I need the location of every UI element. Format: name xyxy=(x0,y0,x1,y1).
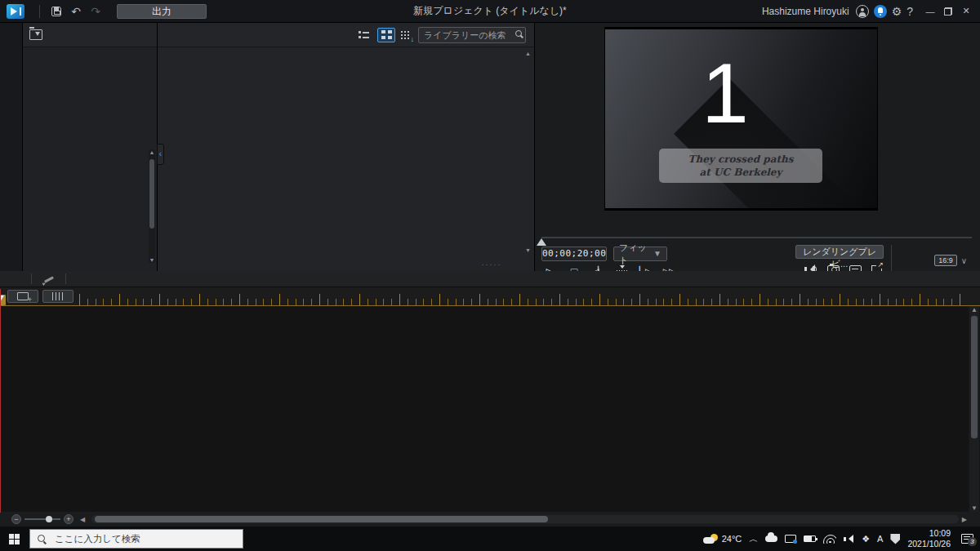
playhead-marker[interactable] xyxy=(0,295,6,305)
grid-view-button[interactable] xyxy=(377,28,395,42)
close-button[interactable]: ✕ xyxy=(959,5,973,18)
search-icon xyxy=(38,535,45,542)
library-search-input[interactable] xyxy=(418,27,526,43)
panel-resize-handle[interactable]: ····· xyxy=(481,260,501,269)
collapse-panel-arrow[interactable]: ‹ xyxy=(157,144,164,165)
category-panel: ▲ ▼ ‹ xyxy=(23,23,158,271)
weather-widget[interactable]: 24°C xyxy=(703,534,742,544)
undo-button[interactable]: ↶ xyxy=(66,3,86,20)
output-button[interactable]: 出力 xyxy=(117,4,207,19)
library-scrollbar[interactable]: ▲ ▼ xyxy=(524,51,532,253)
timeline-tracks xyxy=(0,306,968,512)
timecode-display[interactable]: 00;00;20;00 xyxy=(541,247,607,261)
timeline-zoom-control: − + xyxy=(11,514,74,524)
zoom-in-button[interactable]: + xyxy=(64,514,74,524)
windows-taskbar: 24°C ︿ ❖ A 10:09 2021/10/26 3 xyxy=(0,527,980,551)
zoom-mode-value: フィット xyxy=(619,241,653,267)
redo-icon: ↷ xyxy=(91,5,100,18)
seek-track[interactable] xyxy=(541,237,972,238)
action-center-icon[interactable]: 3 xyxy=(961,534,973,544)
clock[interactable]: 10:09 2021/10/26 xyxy=(907,528,951,549)
list-view-button[interactable] xyxy=(354,28,372,42)
system-tray: 24°C ︿ ❖ A 10:09 2021/10/26 3 xyxy=(703,527,980,551)
scroll-left-icon[interactable]: ◀ xyxy=(80,516,85,523)
start-button[interactable] xyxy=(0,527,28,551)
help-icon[interactable]: ? xyxy=(906,5,913,18)
wifi-icon[interactable] xyxy=(823,535,836,544)
seek-bar[interactable] xyxy=(541,233,972,242)
defender-shield-icon[interactable] xyxy=(890,534,900,544)
toolbar-divider xyxy=(39,5,40,18)
user-name: Hashizume Hiroyuki xyxy=(762,6,849,17)
minimize-button[interactable]: — xyxy=(923,5,938,18)
scroll-up-icon[interactable]: ▲ xyxy=(969,306,979,313)
notification-bell-icon[interactable] xyxy=(874,5,887,18)
scrollbar-thumb[interactable] xyxy=(149,159,154,229)
speaker-glyph xyxy=(844,535,854,544)
windows-logo-icon xyxy=(9,534,20,544)
battery-icon[interactable] xyxy=(804,535,816,542)
taskbar-search xyxy=(29,529,243,549)
restore-button[interactable] xyxy=(941,5,956,18)
speaker-icon[interactable] xyxy=(844,535,854,544)
undo-icon: ↶ xyxy=(71,5,81,18)
zoom-slider[interactable] xyxy=(24,518,60,520)
timeline-horizontal-scrollbar[interactable] xyxy=(91,515,959,523)
taskbar-search-input[interactable] xyxy=(30,530,243,548)
wifi-glyph xyxy=(823,535,836,544)
scroll-up-icon[interactable]: ▲ xyxy=(149,149,155,155)
timeline-vertical-scrollbar[interactable]: ▲ ▼ xyxy=(969,306,979,512)
preview-video: 1 They crossed paths at UC Berkeley xyxy=(604,27,878,211)
sort-icon[interactable] xyxy=(400,30,410,40)
powerdirector-window: ↶ ↷ 出力 新規プロジェクト (タイトルなし)* Hashizume Hiro… xyxy=(0,0,980,551)
caption-overlay: They crossed paths at UC Berkeley xyxy=(659,149,822,183)
category-toolbar xyxy=(23,23,157,47)
timeline-ruler[interactable] xyxy=(79,287,968,305)
library-header xyxy=(158,23,534,47)
zoom-slider-thumb[interactable] xyxy=(46,516,52,522)
scroll-down-icon[interactable]: ▼ xyxy=(149,257,155,263)
dropbox-icon[interactable]: ❖ xyxy=(862,534,870,544)
redo-button[interactable]: ↷ xyxy=(86,3,105,20)
shield-glyph xyxy=(890,534,900,544)
caption-line1: They crossed paths xyxy=(666,153,816,166)
caption-line2: at UC Berkeley xyxy=(666,166,816,179)
scroll-down-icon[interactable]: ▼ xyxy=(969,504,979,512)
list-view-icon xyxy=(359,30,369,39)
date-label: 2021/10/26 xyxy=(907,539,951,549)
weather-icon xyxy=(703,534,718,544)
script-pen-icon[interactable] xyxy=(42,274,54,284)
timeline-ruler-row xyxy=(0,287,980,306)
marker-icon xyxy=(52,292,64,300)
search-icon xyxy=(515,30,522,37)
seek-thumb[interactable] xyxy=(537,233,546,246)
onedrive-cloud-icon[interactable] xyxy=(765,535,777,542)
room-sidebar xyxy=(0,23,23,271)
track-manager-button[interactable] xyxy=(7,290,38,303)
scroll-right-icon[interactable]: ▶ xyxy=(962,516,967,523)
zoom-out-button[interactable]: − xyxy=(11,514,21,524)
zoom-mode-dropdown[interactable]: フィット ▼ xyxy=(613,247,667,261)
notification-glyph: 3 xyxy=(961,534,973,544)
library-panel: ▲ ▼ ····· xyxy=(158,23,535,271)
account-icon[interactable] xyxy=(856,5,869,18)
display-connect-icon[interactable] xyxy=(785,535,796,543)
chapter-number: 1 xyxy=(702,51,749,136)
category-scrollbar[interactable]: ▲ ▼ xyxy=(149,149,155,263)
playhead-line[interactable] xyxy=(0,289,1,513)
scroll-up-icon[interactable]: ▲ xyxy=(524,51,532,56)
show-hidden-icons-chevron[interactable]: ︿ xyxy=(749,533,758,545)
import-project-icon[interactable] xyxy=(29,29,42,40)
scroll-down-icon[interactable]: ▼ xyxy=(524,247,532,253)
scrollbar-thumb[interactable] xyxy=(95,516,548,522)
settings-gear-icon[interactable]: ⚙ xyxy=(892,5,902,18)
aspect-ratio-control[interactable]: 16:9 ∨ xyxy=(934,255,967,266)
ime-indicator[interactable]: A xyxy=(877,534,883,544)
render-preview-button[interactable]: レンダリングプレビ... xyxy=(795,245,884,259)
toolbar-divider xyxy=(31,273,32,284)
time-label: 10:09 xyxy=(907,528,951,539)
scrollbar-thumb[interactable] xyxy=(971,316,978,438)
battery-glyph xyxy=(804,535,816,542)
save-button[interactable] xyxy=(47,3,66,20)
marker-button[interactable] xyxy=(42,290,74,303)
